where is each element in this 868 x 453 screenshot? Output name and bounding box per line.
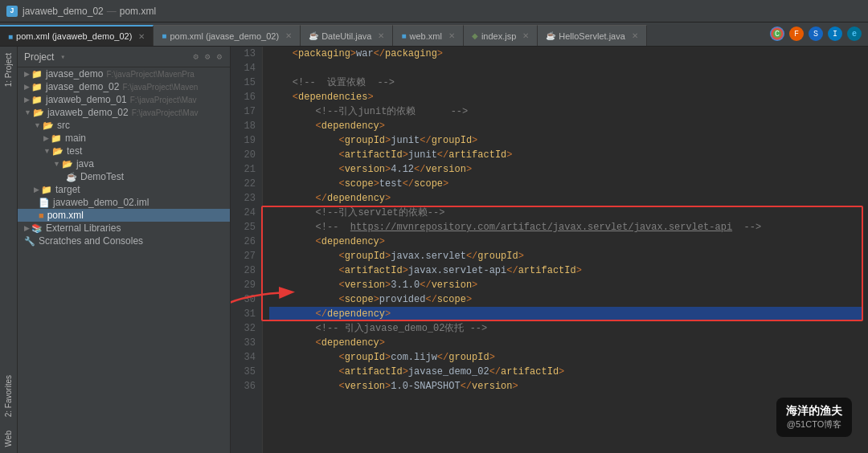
ln-19: 19: [237, 133, 256, 148]
ln-34: 34: [237, 350, 256, 365]
folder-icon-javase: 📁: [31, 69, 43, 80]
code-container[interactable]: 13 14 15 16 17 18 19 20 21 22 23 24 25 2…: [231, 47, 868, 453]
code-line-26: <dependency>: [269, 235, 862, 249]
tab-label-5: index.jsp: [481, 31, 516, 41]
favorites-side-tab[interactable]: 2: Favorites: [2, 369, 15, 423]
web-side-tab[interactable]: Web: [2, 424, 15, 453]
title-bar: J javaweb_demo_02 — pom.xml: [0, 0, 868, 22]
ln-17: 17: [237, 104, 256, 119]
tree-item-iml[interactable]: 📄 javaweb_demo_02.iml: [18, 196, 230, 209]
tree-arrow-main: ▶: [43, 134, 49, 142]
tab-pom-xml-2[interactable]: ■ pom.xml (javase_demo_02) ✕: [154, 25, 301, 46]
tree-arrow-javase: ▶: [24, 70, 30, 78]
folder-icon-javaweb02: 📂: [33, 108, 44, 118]
tree-item-pomxml[interactable]: ■ pom.xml: [18, 209, 230, 222]
code-line-15: <!-- 设置依赖 -->: [269, 76, 862, 90]
tree-label-javaweb02: javaweb_demo_02: [47, 107, 129, 118]
safari-icon[interactable]: S: [809, 27, 823, 41]
tab-webxml[interactable]: ■ web.xml ✕: [393, 25, 463, 46]
code-line-32: <!-- 引入javase_demo_02依托 -->: [269, 321, 862, 336]
firefox-icon[interactable]: F: [789, 27, 804, 41]
tab-label-1: pom.xml (javaweb_demo_02): [16, 31, 132, 41]
code-line-18: <dependency>: [269, 119, 862, 133]
line-numbers: 13 14 15 16 17 18 19 20 21 22 23 24 25 2…: [231, 47, 263, 453]
ie-icon[interactable]: I: [828, 27, 842, 41]
panel-icon-gear[interactable]: ⚙: [203, 50, 212, 63]
ln-23: 23: [237, 191, 256, 206]
panel-title: Project: [24, 51, 54, 63]
project-side-tab[interactable]: 1: Project: [2, 47, 15, 93]
ln-25: 25: [237, 220, 256, 235]
tree-item-src[interactable]: ▼ 📂 src: [18, 119, 230, 132]
tree-item-javaweb-02[interactable]: ▼ 📂 javaweb_demo_02 F:\javaProject\Mav: [18, 106, 230, 119]
panel-dropdown-arrow[interactable]: ▾: [60, 52, 65, 62]
folder-icon-main: 📁: [51, 133, 62, 144]
tree-item-target[interactable]: ▶ 📁 target: [18, 183, 230, 196]
tree-item-test[interactable]: ▼ 📂 test: [18, 145, 230, 157]
tab-helloservlet[interactable]: ☕ HelloServlet.java ✕: [538, 25, 647, 46]
folder-icon-test: 📂: [52, 146, 63, 157]
tree-area: ▶ 📁 javase_demo F:\javaProject\MavenPra …: [18, 67, 230, 453]
ln-32: 32: [237, 321, 256, 336]
tree-item-javase-demo[interactable]: ▶ 📁 javase_demo F:\javaProject\MavenPra: [18, 67, 230, 80]
ln-16: 16: [237, 90, 256, 104]
java-file-icon-demotest: ☕: [66, 172, 77, 182]
tree-item-demotest[interactable]: ☕ DemoTest: [18, 170, 230, 183]
tab-close-5[interactable]: ✕: [522, 31, 529, 40]
editor-area: 13 14 15 16 17 18 19 20 21 22 23 24 25 2…: [231, 47, 868, 453]
xml-file-icon-pom: ■: [39, 210, 44, 220]
xml-icon: ■: [8, 32, 13, 41]
tab-close-4[interactable]: ✕: [448, 31, 455, 40]
tree-path-javase02: F:\javaProject\Maven: [122, 83, 198, 92]
chrome-icon[interactable]: C: [770, 27, 784, 41]
jsp-icon: ◆: [472, 31, 478, 40]
code-line-35: <artifactId>javase_demo_02</artifactId>: [269, 365, 862, 379]
code-line-23: </dependency>: [269, 191, 862, 206]
tree-arrow-javase02: ▶: [24, 83, 30, 91]
ln-14: 14: [237, 61, 256, 76]
code-line-33: <dependency>: [269, 336, 862, 350]
tree-arrow-javaweb01: ▶: [24, 96, 30, 104]
tab-label-3: DateUtil.java: [321, 31, 371, 41]
tab-index-jsp[interactable]: ◆ index.jsp ✕: [464, 25, 538, 46]
code-line-29: <version>3.1.0</version>: [269, 278, 862, 292]
ln-18: 18: [237, 119, 256, 133]
ln-36: 36: [237, 379, 256, 394]
watermark: 海洋的渔夫 @51CTO博客: [776, 398, 852, 437]
tab-label-6: HelloServlet.java: [559, 31, 625, 41]
title-filename: pom.xml: [120, 6, 156, 17]
tab-close-3[interactable]: ✕: [378, 31, 384, 40]
panel-icon-close[interactable]: ⚙: [215, 50, 223, 63]
folder-icon-target: 📁: [41, 185, 52, 195]
panel-icon-settings[interactable]: ⚙: [191, 50, 200, 63]
watermark-subtitle: @51CTO博客: [787, 418, 841, 431]
tab-close-6[interactable]: ✕: [632, 31, 638, 40]
ln-13: 13: [237, 47, 256, 61]
tree-item-main[interactable]: ▶ 📁 main: [18, 132, 230, 145]
tab-dateutil[interactable]: ☕ DateUtil.java ✕: [301, 25, 393, 46]
tab-label-2: pom.xml (javase_demo_02): [170, 31, 279, 41]
tree-item-java[interactable]: ▼ 📂 java: [18, 157, 230, 170]
xml-icon-3: ■: [401, 31, 406, 40]
tree-label-java: java: [76, 158, 94, 169]
tab-bar: ■ pom.xml (javaweb_demo_02) ✕ ■ pom.xml …: [0, 22, 868, 47]
code-line-14: [269, 61, 862, 76]
tab-close-1[interactable]: ✕: [138, 32, 145, 41]
tree-item-javase-demo-02[interactable]: ▶ 📁 javase_demo_02 F:\javaProject\Maven: [18, 80, 230, 93]
tree-item-javaweb-01[interactable]: ▶ 📁 javaweb_demo_01 F:\javaProject\Mav: [18, 93, 230, 106]
tab-close-2[interactable]: ✕: [285, 31, 292, 40]
tree-item-scratches[interactable]: 🔧 Scratches and Consoles: [18, 235, 230, 247]
tree-item-external-libs[interactable]: ▶ 📚 External Libraries: [18, 222, 230, 235]
tree-arrow-javaweb02: ▼: [24, 108, 31, 116]
tree-label-javaweb01: javaweb_demo_01: [46, 94, 127, 105]
scratches-icon: 🔧: [24, 236, 35, 247]
tree-label-extlibs: External Libraries: [46, 222, 121, 234]
edge-icon[interactable]: e: [847, 27, 862, 41]
tree-label-iml: javaweb_demo_02.iml: [53, 197, 149, 208]
tree-arrow-test: ▼: [43, 147, 51, 155]
tab-pom-xml-1[interactable]: ■ pom.xml (javaweb_demo_02) ✕: [0, 25, 154, 46]
iml-file-icon: 📄: [39, 198, 50, 208]
main-area: 1: Project 2: Favorites Web Project ▾ ⚙ …: [0, 47, 868, 453]
ln-31: 31: [237, 307, 256, 321]
title-text: javaweb_demo_02: [23, 6, 104, 17]
